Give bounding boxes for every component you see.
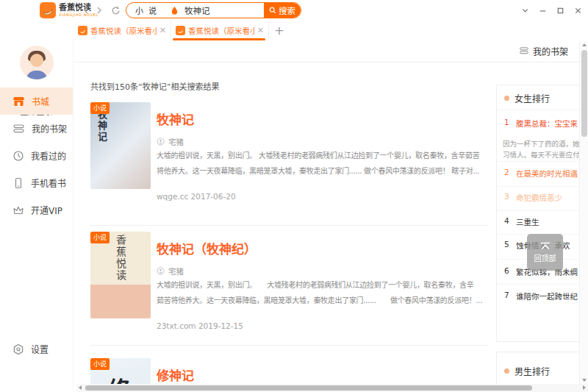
rank-item-title: 腹黑总裁：宝宝来袭 (516, 118, 578, 129)
sidebar-item-label: 手机看书 (31, 177, 66, 189)
my-bookshelf-link[interactable]: 我的书架 (519, 42, 568, 60)
minimize-button[interactable] (537, 5, 548, 16)
hot-flame-icon (171, 6, 179, 15)
scroll-right-arrow-icon[interactable] (583, 385, 586, 390)
novel-badge: 小说 (90, 232, 110, 243)
rank-item-title: 三重生 (516, 216, 539, 228)
results-summary: 共找到150条“牧神记”相关搜索结果 (90, 80, 219, 92)
cover-title-text: 牧神记 (95, 110, 109, 143)
sidebar-item-settings[interactable]: 设置 (12, 343, 49, 355)
rank-item-desc-line1: 因为一杯下了药的酒，她成了总 (503, 138, 579, 149)
app-subtitle: XIANGJIAO NOVEL (59, 13, 98, 17)
search-button-label: 搜索 (279, 4, 295, 16)
gear-icon (12, 343, 24, 355)
chevron-right-icon (95, 6, 104, 15)
rank-item-2[interactable]: 2 在最美的时光相遇 (504, 168, 578, 179)
chevron-down-icon (521, 7, 529, 15)
bullet-dot-icon (504, 368, 509, 374)
minimize-icon (539, 7, 547, 15)
book-title[interactable]: 修神记 (157, 366, 194, 384)
result-item-1: 小说 牧神记 牧神记 宅猪 大墟的祖训说，天黑，别出门。 大墟残老村的老弱病残们… (90, 102, 487, 226)
book-description-line1: 大墟的祖训说，天黑，别出门。 大墟残老村的老弱病残们从江边捡到了一个婴儿，取名秦… (157, 279, 489, 290)
tab-close-icon[interactable]: ✕ (159, 26, 166, 35)
app-window: 香蕉悦读 XIANGJIAO NOVEL 小说 (0, 0, 588, 392)
titlebar: 香蕉悦读 XIANGJIAO NOVEL 小说 (0, 0, 588, 21)
search-input[interactable] (184, 5, 264, 15)
author-icon (157, 138, 165, 146)
book-cover[interactable]: 小说 牧神记 (90, 102, 151, 189)
refresh-button[interactable] (110, 5, 121, 15)
store-icon (12, 96, 25, 107)
maximize-button[interactable] (555, 5, 566, 16)
close-button[interactable] (573, 5, 584, 16)
sidebar-item-label: 我看过的 (31, 149, 66, 162)
book-title[interactable]: 牧神记 (157, 110, 194, 128)
sidebar-item-vip[interactable]: 开通VIP (0, 196, 73, 224)
tab-favicon-icon (176, 26, 185, 35)
book-cover[interactable]: 小说 修 (90, 358, 151, 384)
horizontal-scrollbar-thumb[interactable] (85, 385, 532, 391)
back-to-top-button[interactable]: 回顶部 (527, 234, 563, 271)
rank-item-7[interactable]: 7 谁陪你一起跨世纪 (504, 291, 578, 302)
arrow-up-to-line-icon (539, 242, 551, 250)
sidebar-menu: 书城 我的书架 我看过的 手 (0, 88, 73, 224)
novel-badge: 小说 (90, 358, 110, 370)
book-author: 宅猪 (157, 136, 184, 147)
nav-forward-button[interactable] (94, 5, 104, 15)
search-button[interactable]: 搜索 (264, 2, 301, 18)
crown-icon (12, 204, 24, 216)
book-cover[interactable]: 小说 香蕉悦读 (90, 232, 151, 318)
chevron-left-icon (82, 6, 90, 15)
cover-title-text: 修 (108, 371, 130, 384)
bullet-dot-icon (504, 96, 509, 101)
new-tab-button[interactable]: + (269, 21, 290, 40)
sidebar-item-my-bookshelf[interactable]: 我的书架 (0, 115, 73, 142)
search-category-dropdown[interactable]: 小说 (135, 4, 162, 16)
sidebar-item-mobile-reading[interactable]: 手机看书 (0, 169, 73, 196)
book-title[interactable]: 牧神记（牧神纪） (157, 239, 257, 257)
book-description-line2: 将他养大。这一天夜幕降临，黑暗笼罩大墟，秦牧走出了家门...... 做个春风中荡… (157, 165, 489, 176)
book-source: wqge.cc 2017-06-20 (157, 192, 236, 201)
sidebar-item-history[interactable]: 我看过的 (0, 142, 73, 169)
sidebar-item-bookstore[interactable]: 书城 (0, 88, 73, 115)
scroll-left-arrow-icon[interactable] (79, 385, 82, 390)
settings-label: 设置 (31, 343, 49, 355)
vertical-scrollbar-thumb[interactable] (581, 50, 587, 137)
rank-item-3[interactable]: 3 命犯霸情恶少 (504, 192, 578, 204)
scroll-down-arrow-icon[interactable] (582, 379, 587, 382)
rank-item-1[interactable]: 1 腹黑总裁：宝宝来袭 (504, 118, 578, 129)
vertical-scrollbar[interactable] (579, 41, 588, 384)
female-ranking-panel: 女生排行 1 腹黑总裁：宝宝来袭 因为一杯下了药的酒，她成了总 习情人。每天不光… (496, 85, 580, 342)
bookshelf-icon (519, 46, 529, 56)
male-ranking-title: 男生排行 (514, 365, 550, 377)
author-name: 宅猪 (168, 136, 184, 147)
sidebar-item-label: 书城 (32, 95, 49, 107)
banana-logo-icon (40, 2, 56, 18)
book-description-line2: 茹苦将他养大。这一天夜幕降临，黑暗笼罩大墟，秦牧走出了家门...... 做个春风… (157, 294, 489, 305)
novel-badge: 小说 (90, 102, 110, 114)
sidebar-item-label: 我的书架 (32, 122, 67, 135)
search-icon (269, 7, 276, 14)
search-bar: 小说 搜索 (126, 2, 301, 18)
avatar[interactable] (20, 46, 54, 79)
tab-1[interactable]: 香蕉悦读（原米看小说）... ✕ (74, 21, 171, 40)
tab-label: 香蕉悦读（原米看小说）... (90, 25, 157, 36)
female-ranking-title: 女生排行 (514, 92, 550, 104)
tab-close-icon[interactable]: ✕ (257, 26, 264, 35)
male-ranking-panel: 男生排行 (496, 352, 580, 384)
book-source: 23txt.com 2019-12-15 (157, 321, 243, 330)
author-icon (157, 267, 165, 275)
cover-title-text: 香蕉悦读 (113, 235, 128, 282)
horizontal-scrollbar[interactable] (76, 384, 588, 392)
nav-back-button[interactable] (81, 5, 91, 15)
window-controls (520, 0, 584, 21)
rank-item-4[interactable]: 4 三重生 (504, 216, 578, 228)
book-author: 宅猪 (157, 266, 184, 277)
search-results: 共找到150条“牧神记”相关搜索结果 小说 牧神记 牧神记 宅猪 大墟的祖训说，… (74, 63, 496, 384)
tab-label: 香蕉悦读（原米看小说）... (188, 25, 255, 36)
sidebar: 立即登录 书城 我的书架 (0, 40, 74, 392)
menu-chevron-button[interactable] (520, 5, 531, 16)
tab-2-active[interactable]: 香蕉悦读（原米看小说）... ✕ (171, 21, 269, 40)
tab-favicon-icon (78, 26, 87, 35)
scroll-up-arrow-icon[interactable] (582, 43, 587, 46)
